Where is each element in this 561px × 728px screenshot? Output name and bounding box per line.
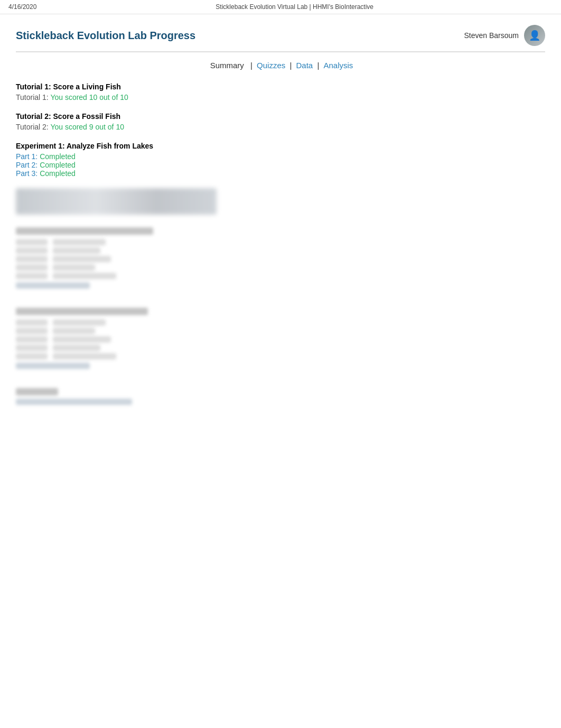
experiment-1-title: Experiment 1: Analyze Fish from Lakes — [16, 142, 545, 150]
nav-separator-1: | — [250, 61, 255, 70]
tutorial-2-score: You scored 9 out of 10 — [50, 123, 124, 131]
tutorial-1-title: Tutorial 1: Score a Living Fish — [16, 82, 545, 91]
part-2-status: Completed — [40, 161, 76, 169]
experiment-1-part3: Part 3: Completed — [16, 169, 545, 178]
nav-analysis-link[interactable]: Analysis — [323, 61, 353, 70]
nav-links: Summary | Quizzes | Data | Analysis — [16, 61, 545, 70]
nav-separator-2: | — [289, 61, 294, 70]
page-title: Stickleback Evolution Lab Progress — [16, 30, 195, 42]
tutorial-2-score-line: Tutorial 2: You scored 9 out of 10 — [16, 123, 545, 131]
blurred-title-1 — [16, 227, 153, 235]
avatar-icon: 👤 — [529, 30, 540, 41]
tutorial-2-section: Tutorial 2: Score a Fossil Fish Tutorial… — [16, 112, 545, 131]
experiment-1-part2: Part 2: Completed — [16, 161, 545, 169]
user-info: Steven Barsoum 👤 — [464, 25, 546, 46]
nav-data-link[interactable]: Data — [296, 61, 313, 70]
nav-separator-3: | — [317, 61, 321, 70]
blurred-title-3 — [16, 388, 58, 395]
blurred-section-2 — [16, 303, 545, 373]
tutorial-1-score-line: Tutorial 1: You scored 10 out of 10 — [16, 93, 545, 102]
nav-summary-label: Summary — [210, 61, 244, 70]
main-content: Stickleback Evolution Lab Progress Steve… — [0, 14, 561, 430]
user-name: Steven Barsoum — [464, 31, 519, 40]
tutorial-2-title: Tutorial 2: Score a Fossil Fish — [16, 112, 545, 121]
blurred-image-block — [16, 188, 217, 215]
tutorial-1-score: You scored 10 out of 10 — [50, 93, 128, 102]
blurred-title-2 — [16, 308, 148, 315]
browser-bar: 4/16/2020 Stickleback Evolution Virtual … — [0, 0, 561, 14]
blurred-section-1 — [16, 223, 545, 293]
browser-date: 4/16/2020 — [8, 3, 36, 11]
blurred-section-3 — [16, 384, 545, 409]
tutorial-1-section: Tutorial 1: Score a Living Fish Tutorial… — [16, 82, 545, 102]
header-row: Stickleback Evolution Lab Progress Steve… — [16, 25, 545, 52]
nav-quizzes-link[interactable]: Quizzes — [257, 61, 285, 70]
part-3-link[interactable]: Part 3: — [16, 169, 38, 178]
experiment-1-section: Experiment 1: Analyze Fish from Lakes Pa… — [16, 142, 545, 178]
part-1-status: Completed — [40, 152, 76, 161]
part-3-status: Completed — [40, 169, 76, 178]
part-2-link[interactable]: Part 2: — [16, 161, 38, 169]
part-1-link[interactable]: Part 1: — [16, 152, 38, 161]
experiment-1-part1: Part 1: Completed — [16, 152, 545, 161]
avatar: 👤 — [524, 25, 545, 46]
browser-page-title: Stickleback Evolution Virtual Lab | HHMI… — [216, 3, 373, 11]
